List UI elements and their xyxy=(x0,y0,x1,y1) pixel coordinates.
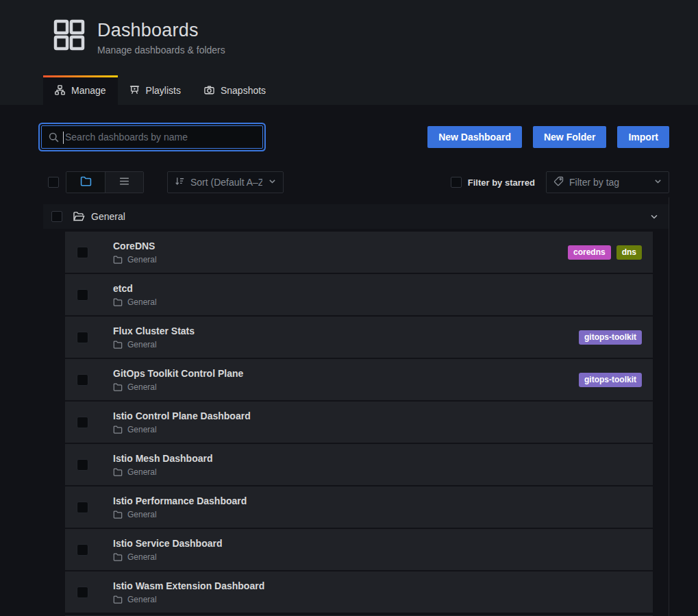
tag-list: gitops-toolkit xyxy=(579,330,642,345)
tag-badge[interactable]: gitops-toolkit xyxy=(579,330,642,345)
filter-tag-value: Filter by tag xyxy=(569,177,648,188)
search-input[interactable] xyxy=(42,126,262,148)
dashboard-title[interactable]: Istio Service Dashboard xyxy=(113,538,223,549)
dashboard-row[interactable]: Istio Performance Dashboard General xyxy=(65,486,653,528)
folder-view-button[interactable] xyxy=(66,172,105,193)
dashboard-list: General CoreDNS General corednsdns xyxy=(43,204,669,616)
tag-list: corednsdns xyxy=(568,245,642,260)
tag-icon xyxy=(553,176,564,188)
tag-badge[interactable]: coredns xyxy=(568,245,611,260)
dashboard-title[interactable]: CoreDNS xyxy=(113,241,157,251)
folder-icon xyxy=(113,595,123,604)
folder-icon xyxy=(113,510,123,519)
scroll-divider xyxy=(669,197,669,616)
chevron-down-icon xyxy=(268,177,277,188)
dashboard-folder-label: General xyxy=(127,425,157,434)
dashboard-row[interactable]: GitOps Toolkit Control Plane General git… xyxy=(65,359,653,400)
folder-icon xyxy=(113,255,123,264)
import-button[interactable]: Import xyxy=(617,126,669,148)
folder-open-icon xyxy=(73,210,85,223)
folder-icon xyxy=(80,175,92,189)
filter-starred-label: Filter by starred xyxy=(468,177,535,188)
dashboard-row[interactable]: Istio Wasm Extension Dashboard General xyxy=(65,571,653,613)
tag-list: gitops-toolkit xyxy=(579,373,642,387)
folder-icon xyxy=(113,467,123,477)
new-folder-button[interactable]: New Folder xyxy=(533,126,606,148)
sitemap-icon xyxy=(55,85,65,95)
folder-icon xyxy=(113,382,123,392)
dashboard-folder-label: General xyxy=(127,552,157,562)
dashboards-apps-icon xyxy=(53,19,85,51)
page-header: Dashboards Manage dashboards & folders M… xyxy=(0,0,698,105)
dashboard-checkbox[interactable] xyxy=(77,247,88,258)
folder-icon xyxy=(113,552,123,562)
sort-dropdown-value: Sort (Default A–Z) xyxy=(190,177,262,188)
sort-dropdown[interactable]: Sort (Default A–Z) xyxy=(167,171,284,193)
dashboard-folder-label: General xyxy=(127,595,157,604)
text-caret xyxy=(63,132,64,144)
tag-badge[interactable]: gitops-toolkit xyxy=(579,373,642,387)
dashboard-folder-label: General xyxy=(127,382,157,392)
dashboard-folder-label: General xyxy=(127,255,157,264)
dashboard-checkbox[interactable] xyxy=(77,459,88,471)
dashboard-title[interactable]: Istio Control Plane Dashboard xyxy=(113,410,251,421)
search-icon xyxy=(48,132,60,146)
filter-tag-dropdown[interactable]: Filter by tag xyxy=(546,171,669,193)
tab-playlists[interactable]: Playlists xyxy=(118,75,192,105)
dashboard-checkbox[interactable] xyxy=(77,544,88,556)
dashboard-checkbox[interactable] xyxy=(77,332,88,343)
dashboard-title[interactable]: Flux Cluster Stats xyxy=(113,325,195,336)
dashboard-row[interactable]: Flux Cluster Stats General gitops-toolki… xyxy=(65,317,653,358)
tab-label: Manage xyxy=(71,85,106,96)
tab-label: Playlists xyxy=(146,85,181,96)
dashboard-folder-label: General xyxy=(127,510,157,519)
manage-dashboards-panel: New Dashboard New Folder Import xyxy=(0,105,698,616)
folder-icon xyxy=(113,297,123,307)
tag-badge[interactable]: dns xyxy=(616,245,642,260)
dashboard-row[interactable]: Istio Mesh Dashboard General xyxy=(65,444,653,485)
dashboard-row[interactable]: etcd General xyxy=(65,274,653,315)
tab-snapshots[interactable]: Snapshots xyxy=(192,75,277,105)
dashboard-row[interactable]: Istio Service Dashboard General xyxy=(65,529,653,570)
dashboard-title[interactable]: Istio Wasm Extension Dashboard xyxy=(113,580,264,591)
folder-name: General xyxy=(91,211,125,222)
folder-checkbox[interactable] xyxy=(51,211,62,222)
filter-starred-checkbox[interactable] xyxy=(451,177,462,188)
page-subtitle: Manage dashboards & folders xyxy=(97,45,225,56)
dashboard-checkbox[interactable] xyxy=(77,374,88,386)
dashboard-title[interactable]: Istio Performance Dashboard xyxy=(113,495,247,506)
folder-icon xyxy=(113,340,123,349)
dashboard-folder-label: General xyxy=(127,297,157,307)
dashboard-checkbox[interactable] xyxy=(77,289,88,301)
presentation-play-icon xyxy=(129,85,140,95)
dashboard-folder-label: General xyxy=(127,467,157,477)
search-box xyxy=(41,125,263,149)
dashboard-title[interactable]: Istio Mesh Dashboard xyxy=(113,453,212,464)
dashboard-rows: CoreDNS General corednsdns etcd xyxy=(65,232,653,613)
new-dashboard-button[interactable]: New Dashboard xyxy=(427,126,522,148)
select-all-checkbox[interactable] xyxy=(48,177,59,188)
dashboard-title[interactable]: GitOps Toolkit Control Plane xyxy=(113,368,243,379)
folder-row-general[interactable]: General xyxy=(43,204,669,229)
dashboard-title[interactable]: etcd xyxy=(113,283,157,294)
dashboard-row[interactable]: Istio Control Plane Dashboard General xyxy=(65,402,653,443)
sort-amount-down-icon xyxy=(175,176,185,188)
filter-starred: Filter by starred xyxy=(451,177,535,188)
view-mode-toggle xyxy=(66,171,144,193)
camera-icon xyxy=(204,85,214,95)
dashboard-checkbox[interactable] xyxy=(77,502,88,513)
chevron-down-icon xyxy=(653,177,662,188)
tab-bar: Manage Playlists Snapshots xyxy=(43,75,698,105)
dashboard-checkbox[interactable] xyxy=(77,587,88,598)
folder-icon xyxy=(113,425,123,434)
list-view-button[interactable] xyxy=(105,172,143,193)
dashboard-folder-label: General xyxy=(127,340,157,349)
page-title: Dashboards xyxy=(97,20,225,41)
list-icon xyxy=(119,175,130,189)
dashboard-row[interactable]: CoreDNS General corednsdns xyxy=(65,232,653,273)
tab-label: Snapshots xyxy=(221,85,266,96)
chevron-down-icon[interactable] xyxy=(649,212,659,221)
dashboard-checkbox[interactable] xyxy=(77,417,88,428)
tab-manage[interactable]: Manage xyxy=(43,75,118,105)
